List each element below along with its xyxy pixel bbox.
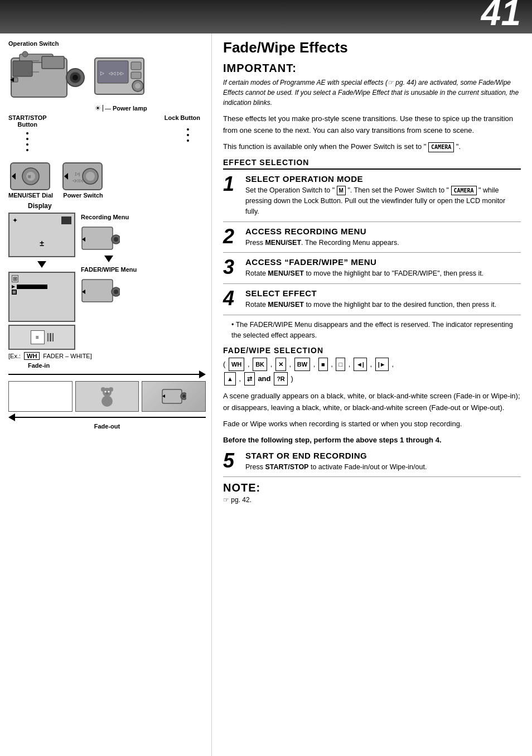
- svg-text:▷: ▷: [100, 70, 104, 76]
- icon-up-arr: ▲: [224, 372, 236, 386]
- svg-rect-32: [82, 227, 113, 249]
- page-number: 41: [481, 0, 521, 31]
- svg-text:◁◁: ◁◁: [109, 71, 116, 76]
- scene-bear: [75, 381, 139, 412]
- svg-text:≡: ≡: [28, 174, 31, 180]
- step-3: 3 ACCESS “FADER/WIPE” MENU Rotate MENU/S…: [223, 257, 521, 284]
- svg-text:▷▷: ▷▷: [117, 71, 124, 76]
- step-1-content: SELECT OPERATION MODE Set the Operation …: [245, 174, 521, 216]
- step-2-content: ACCESS RECORDING MENU Press MENU/SET. Th…: [245, 227, 521, 248]
- scene-images: [8, 381, 206, 412]
- icon-right-arr: |►: [375, 358, 389, 371]
- ex-label: [Ex.: WH FADER – WHITE]: [8, 352, 206, 360]
- bullet-item-1: The FADER/WIPE Menu disappears and the e…: [231, 320, 521, 341]
- fader-wipe-menu-label: FADER/WIPE Menu: [81, 266, 137, 273]
- fade-out-arrow: [8, 413, 206, 421]
- scene-camera: [142, 381, 206, 412]
- svg-rect-15: [131, 72, 141, 79]
- power-lamp-label: ☀ — Power lamp: [95, 104, 148, 112]
- svg-point-17: [135, 83, 141, 89]
- svg-point-35: [114, 237, 118, 242]
- operation-switch-label: Operation Switch: [8, 40, 59, 47]
- recording-menu-label: Recording Menu: [81, 214, 129, 220]
- svg-point-29: [86, 172, 95, 181]
- step-2: 2 ACCESS RECORDING MENU Press MENU/SET. …: [223, 227, 521, 253]
- effect-selection-heading: EFFECT SELECTION: [223, 158, 521, 170]
- camera-main-diagram: [8, 50, 86, 107]
- step-4: 4 SELECT EFFECT Rotate MENU/SET to move …: [223, 288, 521, 315]
- body-text-4: Fade or Wipe works when recording is sta…: [223, 418, 521, 430]
- icon-bk: BK: [253, 358, 267, 371]
- content-area: Operation Switch: [0, 33, 532, 756]
- icon-bw: BW: [294, 358, 310, 371]
- small-camera-2: [81, 276, 120, 305]
- body-text-3: A scene gradually appears on a black, wh…: [223, 391, 521, 414]
- fade-wipe-selection-heading: FADE/WIPE SELECTION: [223, 346, 521, 355]
- icon-x: ✕: [275, 358, 286, 371]
- step-1-number: 1: [223, 174, 240, 194]
- step-4-title: SELECT EFFECT: [245, 288, 521, 298]
- svg-point-46: [105, 392, 109, 394]
- display-label: Display: [28, 202, 52, 210]
- icon-white-sq: □: [336, 358, 345, 371]
- svg-rect-36: [82, 280, 113, 302]
- step-2-number: 2: [223, 227, 240, 247]
- body-text-2: This function is available only when the…: [223, 141, 521, 153]
- note-text: ☞ pg. 42.: [223, 496, 521, 504]
- step-5: 5 START OR END RECORDING Press START/STO…: [223, 451, 521, 478]
- svg-point-50: [182, 394, 186, 398]
- step-4-body: Rotate MENU/SET to move the highlight ba…: [245, 300, 521, 310]
- step-3-title: ACCESS “FADER/WIPE” MENU: [245, 257, 521, 267]
- power-switch-label: Power Switch: [63, 192, 103, 199]
- svg-point-42: [109, 387, 113, 392]
- svg-point-4: [72, 75, 78, 80]
- m-badge: M: [337, 186, 346, 195]
- ex-text: [Ex.:: [8, 353, 21, 359]
- scene-white: [8, 381, 72, 412]
- step-3-number: 3: [223, 257, 240, 277]
- lock-button-label: Lock Button: [165, 114, 200, 121]
- camera-rear-diagram: ▷ ◁◁ ▷▷ ☀ — Power lamp: [92, 55, 148, 112]
- step-1-body: Set the Operation Switch to " M ". Then …: [245, 185, 521, 216]
- start-stop-label: START/STOP Button: [8, 114, 47, 128]
- svg-point-41: [101, 387, 105, 392]
- camera-badge-inline: CAMERA: [428, 142, 454, 152]
- body-text-5: Before the following step, perform the a…: [223, 435, 521, 446]
- fade-in-arrow: [8, 370, 206, 378]
- step-2-body: Press MENU/SET. The Recording Menu appea…: [245, 238, 521, 248]
- svg-rect-6: [13, 61, 32, 76]
- page-header: 41: [0, 0, 532, 33]
- svg-text:◁◁ ▷▷: ◁◁ ▷▷: [72, 179, 85, 182]
- important-text: If certain modes of Programme AE with sp…: [223, 78, 521, 108]
- small-camera-1: [81, 224, 120, 253]
- important-heading: IMPORTANT:: [223, 62, 521, 75]
- icon-swap: ⇄: [244, 372, 255, 386]
- step-4-number: 4: [223, 288, 240, 309]
- svg-point-44: [105, 391, 107, 392]
- svg-rect-5: [42, 56, 64, 69]
- icon-left-arr: ◄|: [354, 358, 367, 371]
- selection-icons: ( WH , BK , ✕ , BW , ■ , □ , ◄| , |► , ▲…: [223, 357, 521, 386]
- step-1: 1 SELECT OPERATION MODE Set the Operatio…: [223, 174, 521, 221]
- power-switch-diagram: ▷| ◁◁ ▷▷: [61, 158, 105, 192]
- step-3-body: Rotate MENU/SET to move the highlight ba…: [245, 268, 521, 279]
- note-heading: NOTE:: [223, 481, 521, 494]
- step-5-number: 5: [223, 451, 240, 471]
- step-4-content: SELECT EFFECT Rotate MENU/SET to move th…: [245, 288, 521, 310]
- body-text-1: These effects let you make pro-style sce…: [223, 113, 521, 137]
- fade-in-label: Fade-in: [28, 362, 206, 369]
- menu-set-label: MENU/SET Dial: [8, 192, 53, 199]
- svg-point-43: [101, 396, 113, 407]
- right-column: Fade/Wipe Effects IMPORTANT: If certain …: [212, 33, 532, 756]
- step-3-content: ACCESS “FADER/WIPE” MENU Rotate MENU/SET…: [245, 257, 521, 279]
- icon-black-sq: ■: [318, 358, 328, 371]
- power-lamp-text: Power lamp: [113, 105, 147, 112]
- svg-point-45: [108, 391, 110, 392]
- icon-qr: ?R: [274, 372, 288, 386]
- step-2-title: ACCESS RECORDING MENU: [245, 227, 521, 236]
- svg-text:▷|: ▷|: [75, 171, 80, 176]
- left-column: Operation Switch: [0, 33, 212, 756]
- fade-out-label: Fade-out: [8, 423, 206, 430]
- page-title: Fade/Wipe Effects: [223, 39, 521, 56]
- step-1-title: SELECT OPERATION MODE: [245, 174, 521, 184]
